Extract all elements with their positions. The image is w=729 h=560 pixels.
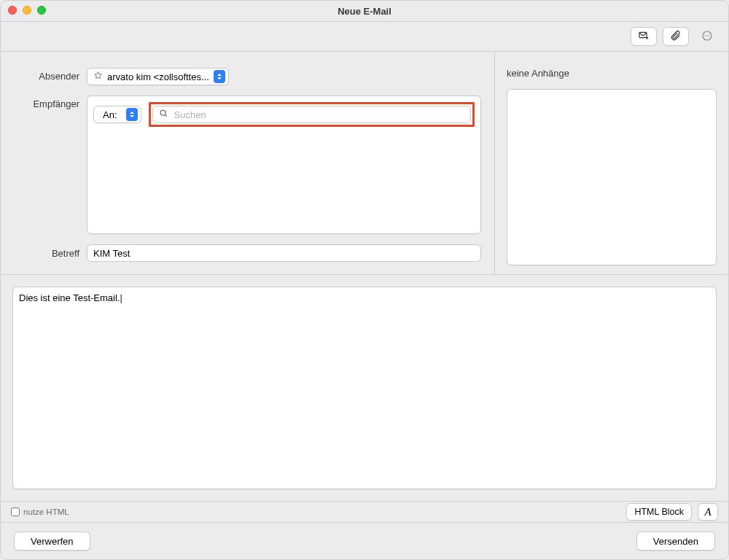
discard-label: Verwerfen	[31, 536, 74, 547]
window-close-button[interactable]	[8, 6, 17, 15]
body-text: Dies ist eine Test-Email.	[19, 292, 122, 303]
use-html-checkbox-input[interactable]	[11, 508, 20, 516]
recipients-label: Empfänger	[14, 96, 87, 109]
titlebar: Neue E-Mail	[1, 1, 728, 22]
sender-label: Absender	[14, 68, 87, 82]
body-editor[interactable]: Dies ist eine Test-Email.	[12, 287, 717, 489]
html-block-button[interactable]: HTML Block	[626, 503, 692, 521]
recipient-search-input[interactable]	[173, 109, 464, 121]
svg-point-2	[705, 35, 706, 36]
window-minimize-button[interactable]	[23, 6, 31, 15]
sender-selected-text: arvato kim <zollsofttes...	[107, 71, 209, 82]
recipient-search-highlight	[149, 102, 475, 127]
compose-window: Neue E-Mail	[0, 0, 729, 560]
options-row: nutze HTML HTML Block A	[1, 502, 728, 523]
toolbar	[1, 22, 728, 52]
recipient-type-label: An:	[103, 109, 117, 120]
header-region: Absender arvato kim <zollsofttes...	[1, 52, 728, 275]
use-html-label: nutze HTML	[23, 508, 69, 516]
window-zoom-button[interactable]	[37, 6, 46, 15]
envelope-add-icon	[638, 30, 650, 44]
attachments-pane: keine Anhänge	[495, 52, 728, 274]
footer: Verwerfen Versenden	[1, 523, 728, 559]
subject-row: Betreff	[14, 244, 481, 262]
recipients-row: Empfänger An:	[14, 96, 481, 234]
recipients-panel: An:	[87, 96, 481, 234]
html-block-label: HTML Block	[634, 507, 684, 517]
font-button[interactable]: A	[698, 503, 718, 521]
select-stepper-icon	[214, 70, 225, 83]
recipient-search-field[interactable]	[152, 106, 471, 123]
search-icon	[159, 109, 168, 120]
star-icon	[93, 71, 103, 82]
send-label: Versenden	[653, 536, 698, 547]
traffic-lights	[8, 6, 46, 15]
header-form: Absender arvato kim <zollsofttes...	[1, 52, 495, 274]
body-region: Dies ist eine Test-Email.	[1, 275, 728, 502]
font-icon: A	[704, 506, 711, 518]
use-html-checkbox[interactable]: nutze HTML	[11, 508, 69, 516]
attach-button[interactable]	[663, 27, 689, 46]
paperclip-icon	[670, 30, 682, 44]
send-options-button[interactable]	[631, 27, 657, 46]
subject-label: Betreff	[14, 244, 87, 259]
sender-select[interactable]: arvato kim <zollsofttes...	[87, 68, 229, 85]
attachments-title: keine Anhänge	[507, 68, 717, 79]
select-stepper-icon	[126, 108, 138, 121]
attachments-dropzone[interactable]	[507, 89, 717, 265]
sender-row: Absender arvato kim <zollsofttes...	[14, 68, 481, 85]
recipient-type-select[interactable]: An:	[93, 106, 141, 123]
more-options-button[interactable]	[695, 28, 720, 45]
svg-point-5	[160, 110, 165, 115]
discard-button[interactable]: Verwerfen	[14, 532, 90, 551]
send-button[interactable]: Versenden	[636, 532, 715, 551]
svg-point-3	[706, 35, 707, 36]
more-icon	[701, 30, 713, 44]
window-title: Neue E-Mail	[338, 6, 391, 17]
subject-input[interactable]	[87, 244, 481, 262]
svg-point-4	[709, 35, 709, 36]
